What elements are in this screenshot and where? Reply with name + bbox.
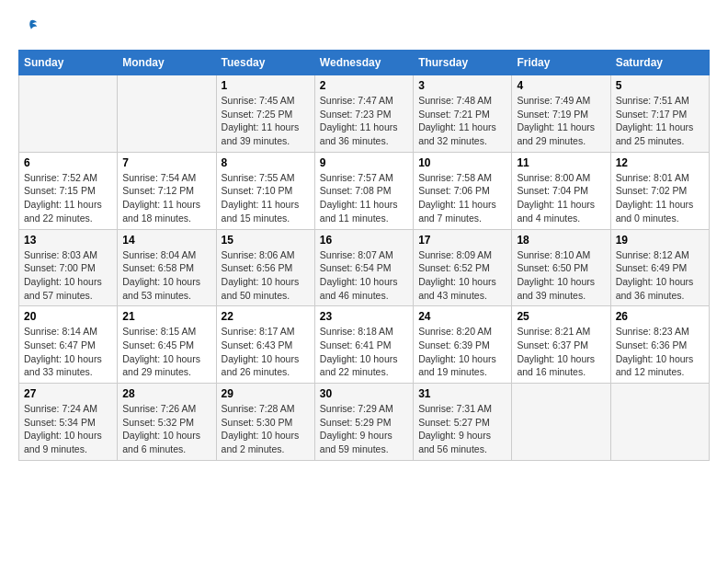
weekday-header-tuesday: Tuesday (216, 51, 314, 75)
day-info: Sunrise: 7:57 AMSunset: 7:08 PMDaylight:… (320, 171, 408, 225)
calendar-cell: 24 Sunrise: 8:20 AMSunset: 6:39 PMDaylig… (414, 306, 512, 384)
calendar-cell: 9 Sunrise: 7:57 AMSunset: 7:08 PMDayligh… (314, 152, 413, 229)
day-info: Sunrise: 8:00 AMSunset: 7:04 PMDaylight:… (517, 171, 605, 225)
day-number: 5 (616, 79, 704, 92)
calendar-cell: 25 Sunrise: 8:21 AMSunset: 6:37 PMDaylig… (512, 306, 610, 384)
calendar-cell: 20 Sunrise: 8:14 AMSunset: 6:47 PMDaylig… (19, 306, 118, 384)
day-info: Sunrise: 8:10 AMSunset: 6:50 PMDaylight:… (517, 248, 605, 303)
calendar-cell: 7 Sunrise: 7:54 AMSunset: 7:12 PMDayligh… (118, 152, 216, 229)
day-info: Sunrise: 7:49 AMSunset: 7:19 PMDaylight:… (517, 94, 605, 148)
calendar-cell: 27 Sunrise: 7:24 AMSunset: 5:34 PMDaylig… (19, 384, 118, 461)
day-number: 4 (517, 79, 605, 92)
day-number: 29 (222, 387, 310, 400)
weekday-header-monday: Monday (118, 51, 216, 75)
weekday-header-row: SundayMondayTuesdayWednesdayThursdayFrid… (19, 51, 710, 75)
day-info: Sunrise: 8:03 AMSunset: 7:00 PMDaylight:… (24, 248, 112, 303)
day-info: Sunrise: 8:15 AMSunset: 6:45 PMDaylight:… (122, 325, 210, 379)
day-number: 14 (122, 234, 210, 247)
day-info: Sunrise: 8:23 AMSunset: 6:36 PMDaylight:… (616, 325, 704, 379)
weekday-header-sunday: Sunday (19, 51, 118, 75)
day-info: Sunrise: 7:26 AMSunset: 5:32 PMDaylight:… (122, 402, 210, 456)
calendar-cell: 21 Sunrise: 8:15 AMSunset: 6:45 PMDaylig… (118, 306, 216, 384)
calendar-cell: 4 Sunrise: 7:49 AMSunset: 7:19 PMDayligh… (512, 75, 610, 153)
day-number: 18 (517, 234, 605, 247)
weekday-header-thursday: Thursday (414, 51, 512, 75)
calendar-cell: 26 Sunrise: 8:23 AMSunset: 6:36 PMDaylig… (610, 306, 709, 384)
day-info: Sunrise: 8:17 AMSunset: 6:43 PMDaylight:… (222, 325, 310, 379)
day-number: 11 (517, 156, 605, 169)
day-number: 28 (122, 387, 210, 400)
calendar-week-row: 13 Sunrise: 8:03 AMSunset: 7:00 PMDaylig… (19, 229, 710, 306)
calendar-cell: 6 Sunrise: 7:52 AMSunset: 7:15 PMDayligh… (19, 152, 118, 229)
day-number: 9 (320, 156, 408, 169)
day-info: Sunrise: 7:58 AMSunset: 7:06 PMDaylight:… (418, 171, 506, 225)
day-info: Sunrise: 7:45 AMSunset: 7:25 PMDaylight:… (222, 94, 310, 148)
calendar-cell: 31 Sunrise: 7:31 AMSunset: 5:27 PMDaylig… (414, 384, 512, 461)
calendar-cell: 11 Sunrise: 8:00 AMSunset: 7:04 PMDaylig… (512, 152, 610, 229)
day-info: Sunrise: 7:47 AMSunset: 7:23 PMDaylight:… (320, 94, 408, 148)
day-number: 22 (222, 310, 310, 323)
day-info: Sunrise: 8:07 AMSunset: 6:54 PMDaylight:… (320, 248, 408, 303)
day-number: 2 (320, 79, 408, 92)
calendar-cell (610, 384, 709, 461)
day-info: Sunrise: 7:24 AMSunset: 5:34 PMDaylight:… (24, 402, 112, 456)
calendar-cell: 16 Sunrise: 8:07 AMSunset: 6:54 PMDaylig… (314, 229, 413, 306)
day-info: Sunrise: 8:01 AMSunset: 7:02 PMDaylight:… (616, 171, 704, 225)
calendar-cell: 23 Sunrise: 8:18 AMSunset: 6:41 PMDaylig… (314, 306, 413, 384)
logo-bird-icon (22, 18, 39, 35)
calendar-week-row: 6 Sunrise: 7:52 AMSunset: 7:15 PMDayligh… (19, 152, 710, 229)
calendar-week-row: 27 Sunrise: 7:24 AMSunset: 5:34 PMDaylig… (19, 384, 710, 461)
day-info: Sunrise: 7:31 AMSunset: 5:27 PMDaylight:… (418, 402, 506, 456)
day-info: Sunrise: 8:20 AMSunset: 6:39 PMDaylight:… (418, 325, 506, 379)
calendar-week-row: 20 Sunrise: 8:14 AMSunset: 6:47 PMDaylig… (19, 306, 710, 384)
logo (18, 18, 39, 35)
day-number: 8 (222, 156, 310, 169)
day-number: 23 (320, 310, 408, 323)
calendar-week-row: 1 Sunrise: 7:45 AMSunset: 7:25 PMDayligh… (19, 75, 710, 153)
calendar-cell: 1 Sunrise: 7:45 AMSunset: 7:25 PMDayligh… (216, 75, 314, 153)
day-number: 7 (122, 156, 210, 169)
day-number: 21 (122, 310, 210, 323)
calendar-cell (118, 75, 216, 153)
day-info: Sunrise: 7:55 AMSunset: 7:10 PMDaylight:… (222, 171, 310, 225)
day-number: 13 (24, 234, 112, 247)
day-number: 3 (418, 79, 506, 92)
day-info: Sunrise: 7:29 AMSunset: 5:29 PMDaylight:… (320, 402, 408, 456)
calendar-cell: 29 Sunrise: 7:28 AMSunset: 5:30 PMDaylig… (216, 384, 314, 461)
calendar-cell: 13 Sunrise: 8:03 AMSunset: 7:00 PMDaylig… (19, 229, 118, 306)
day-info: Sunrise: 7:54 AMSunset: 7:12 PMDaylight:… (122, 171, 210, 225)
day-number: 16 (320, 234, 408, 247)
day-number: 27 (24, 387, 112, 400)
day-info: Sunrise: 8:06 AMSunset: 6:56 PMDaylight:… (222, 248, 310, 303)
day-info: Sunrise: 7:48 AMSunset: 7:21 PMDaylight:… (418, 94, 506, 148)
calendar-cell: 10 Sunrise: 7:58 AMSunset: 7:06 PMDaylig… (414, 152, 512, 229)
day-info: Sunrise: 8:04 AMSunset: 6:58 PMDaylight:… (122, 248, 210, 303)
weekday-header-wednesday: Wednesday (314, 51, 413, 75)
day-number: 19 (616, 234, 704, 247)
day-info: Sunrise: 8:09 AMSunset: 6:52 PMDaylight:… (418, 248, 506, 303)
day-number: 15 (222, 234, 310, 247)
calendar-cell: 22 Sunrise: 8:17 AMSunset: 6:43 PMDaylig… (216, 306, 314, 384)
day-number: 12 (616, 156, 704, 169)
calendar-cell: 19 Sunrise: 8:12 AMSunset: 6:49 PMDaylig… (610, 229, 709, 306)
day-number: 31 (418, 387, 506, 400)
calendar-cell: 18 Sunrise: 8:10 AMSunset: 6:50 PMDaylig… (512, 229, 610, 306)
calendar-cell: 12 Sunrise: 8:01 AMSunset: 7:02 PMDaylig… (610, 152, 709, 229)
calendar-cell: 28 Sunrise: 7:26 AMSunset: 5:32 PMDaylig… (118, 384, 216, 461)
header (18, 18, 710, 35)
calendar-cell: 8 Sunrise: 7:55 AMSunset: 7:10 PMDayligh… (216, 152, 314, 229)
day-info: Sunrise: 7:52 AMSunset: 7:15 PMDaylight:… (24, 171, 112, 225)
calendar-cell: 30 Sunrise: 7:29 AMSunset: 5:29 PMDaylig… (314, 384, 413, 461)
day-info: Sunrise: 8:12 AMSunset: 6:49 PMDaylight:… (616, 248, 704, 303)
day-number: 20 (24, 310, 112, 323)
day-info: Sunrise: 8:21 AMSunset: 6:37 PMDaylight:… (517, 325, 605, 379)
day-info: Sunrise: 7:51 AMSunset: 7:17 PMDaylight:… (616, 94, 704, 148)
calendar-cell: 17 Sunrise: 8:09 AMSunset: 6:52 PMDaylig… (414, 229, 512, 306)
weekday-header-saturday: Saturday (610, 51, 709, 75)
day-number: 26 (616, 310, 704, 323)
day-number: 10 (418, 156, 506, 169)
calendar-cell (512, 384, 610, 461)
day-number: 30 (320, 387, 408, 400)
calendar-cell: 14 Sunrise: 8:04 AMSunset: 6:58 PMDaylig… (118, 229, 216, 306)
day-info: Sunrise: 7:28 AMSunset: 5:30 PMDaylight:… (222, 402, 310, 456)
